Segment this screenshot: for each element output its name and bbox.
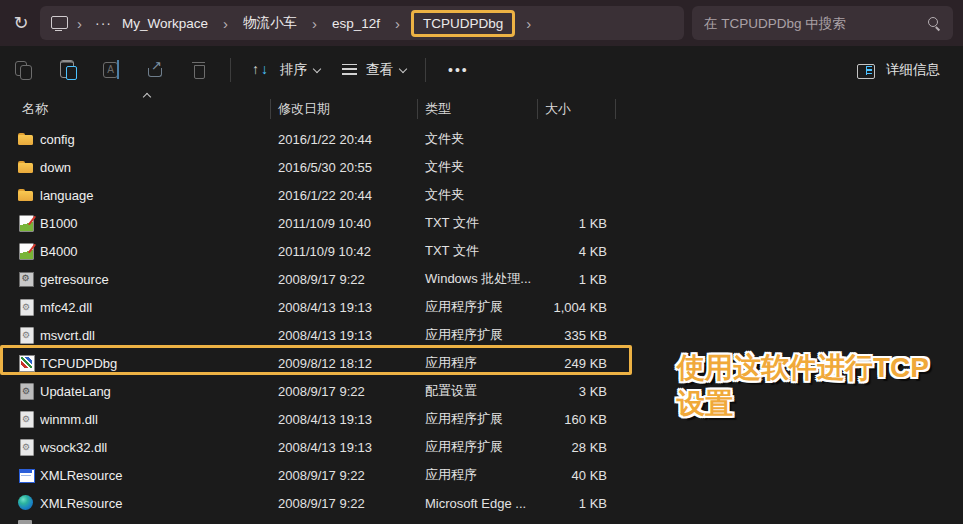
- dll-icon: [18, 327, 34, 343]
- file-row-XMLResource[interactable]: XMLResource2008/9/17 9:22应用程序40 KB: [0, 461, 963, 489]
- chevron-right-icon[interactable]: [68, 16, 91, 31]
- file-name: XMLResource: [40, 496, 270, 511]
- search-box[interactable]: [692, 6, 953, 40]
- file-date-modified: 2016/1/22 20:44: [270, 188, 417, 203]
- file-name: down: [40, 160, 270, 175]
- chevron-down-icon: [312, 65, 321, 74]
- file-row-language[interactable]: language2016/1/22 20:44文件夹: [0, 181, 963, 209]
- file-size: 28 KB: [537, 440, 607, 455]
- refresh-icon[interactable]: [6, 8, 36, 38]
- file-size: 160 KB: [537, 412, 607, 427]
- toolbar-divider: [230, 58, 231, 82]
- share-button[interactable]: [144, 58, 168, 82]
- breadcrumb-item-esp_12f[interactable]: esp_12f: [326, 13, 386, 34]
- file-row-msvcrt.dll[interactable]: msvcrt.dll2008/4/13 19:13应用程序扩展335 KB: [0, 321, 963, 349]
- column-header-size[interactable]: 大小: [537, 100, 607, 118]
- breadcrumb-item-物流小车[interactable]: 物流小车: [237, 11, 303, 35]
- exe-icon: [18, 355, 34, 371]
- file-name: XMLResource: [40, 468, 270, 483]
- txt-icon: [18, 243, 34, 259]
- file-date-modified: 2016/1/22 20:44: [270, 132, 417, 147]
- txt-icon: [18, 215, 34, 231]
- file-name: wsock32.dll: [40, 440, 270, 455]
- breadcrumb-item-My_Workpace[interactable]: My_Workpace: [116, 13, 214, 34]
- column-header-date[interactable]: 修改日期: [270, 100, 417, 118]
- delete-button[interactable]: [188, 58, 212, 82]
- address-bar[interactable]: ··· My_Workpace物流小车esp_12fTCPUDPDbg: [40, 6, 684, 40]
- search-input[interactable]: [704, 16, 927, 31]
- file-row-getresource[interactable]: getresource2008/9/17 9:22Windows 批处理...1…: [0, 265, 963, 293]
- file-type: 应用程序: [417, 354, 537, 372]
- sort-button[interactable]: 排序: [251, 58, 321, 82]
- file-date-modified: 2008/9/17 9:22: [270, 496, 417, 511]
- more-options-button[interactable]: •••: [448, 62, 469, 78]
- breadcrumb-overflow[interactable]: ···: [91, 15, 116, 31]
- file-date-modified: 2008/4/13 19:13: [270, 328, 417, 343]
- file-date-modified: 2016/5/30 20:55: [270, 160, 417, 175]
- chevron-down-icon: [398, 65, 407, 74]
- column-header-type[interactable]: 类型: [417, 100, 537, 118]
- file-row-wsock32.dll[interactable]: wsock32.dll2008/4/13 19:13应用程序扩展28 KB: [0, 433, 963, 461]
- details-pane-icon: [855, 58, 879, 82]
- view-button[interactable]: 查看: [341, 58, 407, 82]
- rename-icon: [100, 58, 124, 82]
- command-bar: 排序 查看 ••• 详细信息: [0, 46, 963, 93]
- file-name: winmm.dll: [40, 412, 270, 427]
- copy-button[interactable]: [12, 58, 36, 82]
- file-date-modified: 2008/4/13 19:13: [270, 440, 417, 455]
- file-size: 335 KB: [537, 328, 607, 343]
- file-size: 40 KB: [537, 468, 607, 483]
- column-divider[interactable]: [417, 99, 418, 119]
- ini-icon: [18, 383, 34, 399]
- annotation-line1: 使用这软件进行TCP: [677, 350, 963, 386]
- file-type: 应用程序: [417, 466, 537, 484]
- dll-icon: [18, 299, 34, 315]
- chevron-right-icon: [517, 16, 540, 31]
- file-row-XMLResource[interactable]: XMLResource2008/9/17 9:22Microsoft Edge …: [0, 489, 963, 517]
- column-divider[interactable]: [615, 99, 616, 119]
- app-icon: [18, 467, 34, 483]
- file-row-down[interactable]: down2016/5/30 20:55文件夹: [0, 153, 963, 181]
- file-row-B1000[interactable]: B10002011/10/9 10:40TXT 文件1 KB: [0, 209, 963, 237]
- file-date-modified: 2008/9/17 9:22: [270, 468, 417, 483]
- paste-icon: [56, 58, 80, 82]
- file-row-B4000[interactable]: B40002011/10/9 10:42TXT 文件4 KB: [0, 237, 963, 265]
- file-name: msvcrt.dll: [40, 328, 270, 343]
- file-type: 应用程序扩展: [417, 298, 537, 316]
- file-size: 4 KB: [537, 244, 607, 259]
- file-row-mfc42.dll[interactable]: mfc42.dll2008/4/13 19:13应用程序扩展1,004 KB: [0, 293, 963, 321]
- breadcrumb-item-TCPUDPDbg[interactable]: TCPUDPDbg: [411, 10, 515, 37]
- file-name: config: [40, 132, 270, 147]
- rename-button[interactable]: [100, 58, 124, 82]
- file-type: 应用程序扩展: [417, 326, 537, 344]
- column-headers: 名称 修改日期 类型 大小: [0, 93, 963, 125]
- file-type: 文件夹: [417, 158, 537, 176]
- column-divider[interactable]: [270, 99, 271, 119]
- annotation-line2: 设置: [677, 386, 963, 422]
- file-name: language: [40, 188, 270, 203]
- file-date-modified: 2008/9/17 9:22: [270, 384, 417, 399]
- this-pc-icon[interactable]: [50, 15, 68, 31]
- column-header-name[interactable]: 名称: [0, 100, 270, 118]
- details-pane-button[interactable]: 详细信息: [855, 58, 945, 82]
- breadcrumb: My_Workpace物流小车esp_12fTCPUDPDbg: [116, 10, 540, 37]
- file-size: 249 KB: [537, 356, 607, 371]
- chevron-right-icon: [386, 16, 409, 31]
- file-date-modified: 2011/10/9 10:42: [270, 244, 417, 259]
- file-type: TXT 文件: [417, 214, 537, 232]
- file-size: 1,004 KB: [537, 300, 607, 315]
- file-size: 1 KB: [537, 496, 607, 511]
- file-type: Microsoft Edge ...: [417, 496, 537, 511]
- dll-icon: [18, 411, 34, 427]
- file-name: mfc42.dll: [40, 300, 270, 315]
- title-bar: ··· My_Workpace物流小车esp_12fTCPUDPDbg: [0, 0, 963, 46]
- file-name: TCPUDPDbg: [40, 356, 270, 371]
- search-icon[interactable]: [927, 16, 941, 30]
- file-size: 1 KB: [537, 272, 607, 287]
- file-type: TXT 文件: [417, 242, 537, 260]
- folder-icon: [18, 187, 34, 203]
- file-row-config[interactable]: config2016/1/22 20:44文件夹: [0, 125, 963, 153]
- paste-button[interactable]: [56, 58, 80, 82]
- column-divider[interactable]: [537, 99, 538, 119]
- file-rows: config2016/1/22 20:44文件夹down2016/5/30 20…: [0, 125, 963, 517]
